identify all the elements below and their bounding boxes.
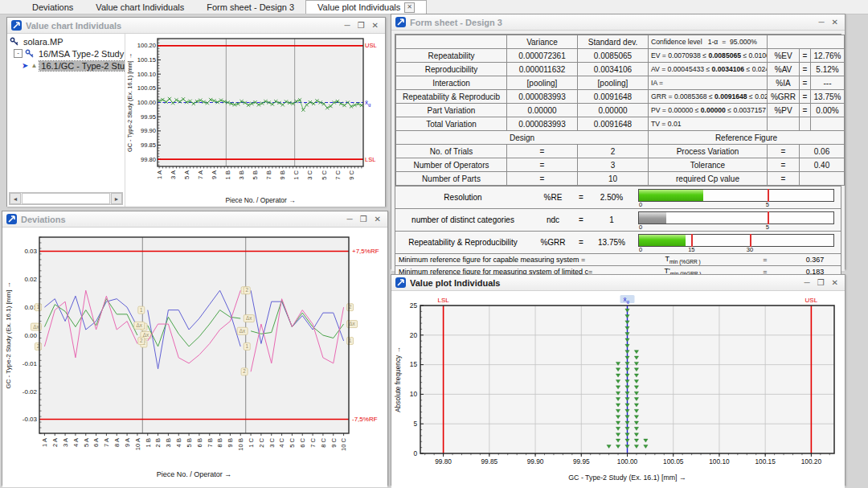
svg-text:3 A: 3 A bbox=[170, 170, 177, 179]
selected-arrow-icon: ➤ bbox=[22, 61, 28, 70]
svg-text:5 B: 5 B bbox=[252, 170, 259, 179]
svg-text:100.15: 100.15 bbox=[755, 457, 776, 465]
metric-bar: 01530 bbox=[638, 234, 834, 247]
svg-text:7 B: 7 B bbox=[207, 438, 214, 447]
minimize-icon[interactable]: ─ bbox=[805, 279, 810, 287]
scrollbar-thumb[interactable] bbox=[22, 193, 110, 204]
svg-text:99.90: 99.90 bbox=[141, 127, 156, 134]
metric-bar-limit-tick bbox=[768, 211, 769, 224]
table-row: Total Variation0.0000839930.0091648 TV =… bbox=[396, 117, 845, 131]
svg-text:-0.03: -0.03 bbox=[23, 416, 38, 423]
metric-bar-zero-label: 0 bbox=[639, 201, 642, 208]
tab-form-sheet-design-3[interactable]: Form sheet - Design 3 bbox=[195, 0, 305, 14]
metric-bar-limit-tick bbox=[750, 234, 751, 247]
svg-text:5 C: 5 C bbox=[289, 437, 296, 447]
window-title: Value chart Individuals bbox=[26, 21, 341, 31]
metric-row-resolution: Resolution %RE = 2.50% 05 bbox=[395, 187, 841, 208]
design-row: Number of Parts=10 required Cp value= bbox=[396, 172, 845, 186]
svg-text:99.85: 99.85 bbox=[141, 141, 156, 149]
maximize-icon[interactable]: ❐ bbox=[817, 279, 825, 287]
svg-text:-7,5%RF: -7,5%RF bbox=[352, 416, 378, 423]
minimize-icon[interactable]: ─ bbox=[819, 18, 825, 27]
svg-text:15: 15 bbox=[410, 360, 418, 368]
svg-text:Absolute frequency →: Absolute frequency → bbox=[394, 347, 402, 412]
close-icon[interactable]: ✕ bbox=[832, 279, 838, 287]
study-key-icon bbox=[25, 49, 35, 59]
deviations-titlebar[interactable]: Deviations ─ ❐ ✕ bbox=[2, 211, 387, 228]
scroll-left-icon[interactable]: ◄ bbox=[10, 193, 21, 204]
form-sheet-titlebar[interactable]: Form sheet - Design 3 ─ ✕ bbox=[391, 14, 845, 31]
table-row: Repeatability & Reproducib0.0000839930.0… bbox=[396, 90, 845, 104]
svg-text:7 A: 7 A bbox=[197, 170, 204, 179]
metric-bar-zero-label: 0 bbox=[639, 223, 642, 231]
metric-bar-zero-label: 0 bbox=[639, 246, 642, 253]
value-chart-titlebar[interactable]: Value chart Individuals ─ ❐ ✕ bbox=[7, 18, 385, 34]
close-icon[interactable]: ✕ bbox=[832, 18, 838, 27]
tree-item-study[interactable]: - 16/MSA Type-2 Study (Ex. 16) bbox=[7, 47, 125, 59]
svg-text:9 A: 9 A bbox=[124, 437, 131, 447]
form-sheet-content: Variance Standard dev. Confidence level … bbox=[391, 31, 845, 271]
tree-item-project[interactable]: solara.MP bbox=[7, 35, 125, 47]
svg-text:Δx: Δx bbox=[246, 315, 252, 321]
svg-text:5 A: 5 A bbox=[183, 170, 190, 179]
svg-text:4 A: 4 A bbox=[72, 437, 80, 447]
minimize-icon[interactable]: ─ bbox=[347, 215, 353, 223]
svg-text:100.00: 100.00 bbox=[137, 99, 156, 106]
svg-text:0.00: 0.00 bbox=[24, 332, 37, 339]
svg-text:100.10: 100.10 bbox=[709, 457, 730, 465]
svg-text:9 B: 9 B bbox=[227, 438, 234, 447]
close-icon[interactable]: ✕ bbox=[372, 22, 379, 30]
close-icon[interactable]: ✕ bbox=[375, 215, 381, 223]
svg-text:9 C: 9 C bbox=[330, 437, 338, 447]
svg-text:-0.02: -0.02 bbox=[23, 388, 38, 396]
svg-text:Piece No. / Operator →: Piece No. / Operator → bbox=[225, 196, 295, 204]
value-plot-individuals-plot: LSLUSLx̄g99.8099.8599.9099.95100.00100.0… bbox=[393, 293, 841, 484]
svg-text:1: 1 bbox=[245, 343, 248, 349]
svg-text:20: 20 bbox=[410, 331, 418, 339]
characteristic-icon: ▲ bbox=[31, 62, 37, 69]
tree-horizontal-scrollbar[interactable]: ◄ ► bbox=[9, 192, 123, 205]
metric-bar-limit-label: 15 bbox=[688, 246, 694, 253]
maximize-icon[interactable]: ❐ bbox=[360, 215, 367, 223]
svg-text:100.00: 100.00 bbox=[617, 457, 638, 465]
metric-bar: 05 bbox=[638, 211, 834, 224]
tab-deviations[interactable]: Deviations bbox=[21, 0, 84, 14]
minimize-icon[interactable]: ─ bbox=[345, 22, 350, 30]
tab-value-chart-individuals[interactable]: Value chart Individuals bbox=[84, 0, 195, 14]
value-plot-titlebar[interactable]: Value plot Individuals ─ ❐ ✕ bbox=[391, 275, 845, 291]
svg-text:Piece No. / Operator →: Piece No. / Operator → bbox=[157, 470, 232, 478]
svg-text:10 C: 10 C bbox=[340, 437, 347, 451]
svg-text:2 A: 2 A bbox=[51, 437, 59, 447]
svg-text:0.02: 0.02 bbox=[24, 276, 37, 283]
tab-value-plot-individuals[interactable]: Value plot Individuals ✕ bbox=[305, 0, 427, 14]
svg-text:99.85: 99.85 bbox=[481, 457, 497, 465]
metric-bar-limit-label: 5 bbox=[766, 201, 769, 208]
table-header-row: Variance Standard dev. Confidence level … bbox=[396, 35, 845, 49]
qdas-app-icon bbox=[6, 214, 17, 224]
svg-text:9 C: 9 C bbox=[348, 170, 355, 179]
window-title: Form sheet - Design 3 bbox=[410, 18, 815, 27]
tree-item-characteristic-selected[interactable]: ➤ ▲ 16.1/GC - Type-2 Study (Ex. 16.1)/( bbox=[7, 59, 125, 72]
svg-text:Δx: Δx bbox=[137, 322, 143, 328]
window-value-chart-individuals: Value chart Individuals ─ ❐ ✕ solara.MP … bbox=[6, 17, 386, 207]
svg-text:GC - Type-2 Study (Ex. 16.1) [: GC - Type-2 Study (Ex. 16.1) [mm] → bbox=[5, 281, 12, 388]
tab-close-icon[interactable]: ✕ bbox=[404, 2, 415, 13]
metric-bar-limit-tick bbox=[691, 234, 693, 247]
section-header-row: Design Reference Figure bbox=[396, 131, 845, 145]
metric-bar-limit-label: 30 bbox=[747, 246, 753, 253]
scroll-right-icon[interactable]: ► bbox=[111, 193, 122, 204]
metric-bar-fill bbox=[639, 235, 686, 246]
svg-text:7 C: 7 C bbox=[334, 170, 342, 179]
tree-expander-icon[interactable]: - bbox=[14, 49, 23, 58]
maximize-icon[interactable]: ❐ bbox=[358, 22, 365, 30]
svg-text:GC - Type-2 Study (Ex. 16.1) [: GC - Type-2 Study (Ex. 16.1) [mm] → bbox=[568, 474, 686, 482]
svg-text:1: 1 bbox=[140, 307, 143, 313]
svg-text:1 C: 1 C bbox=[293, 170, 300, 179]
svg-text:3 B: 3 B bbox=[238, 170, 245, 179]
svg-text:100.10: 100.10 bbox=[137, 71, 156, 78]
svg-text:0: 0 bbox=[413, 449, 417, 457]
svg-text:x̄g: x̄g bbox=[365, 99, 371, 107]
svg-text:Δx: Δx bbox=[349, 321, 355, 326]
svg-text:6 C: 6 C bbox=[299, 437, 306, 447]
svg-text:4 B: 4 B bbox=[175, 438, 182, 447]
